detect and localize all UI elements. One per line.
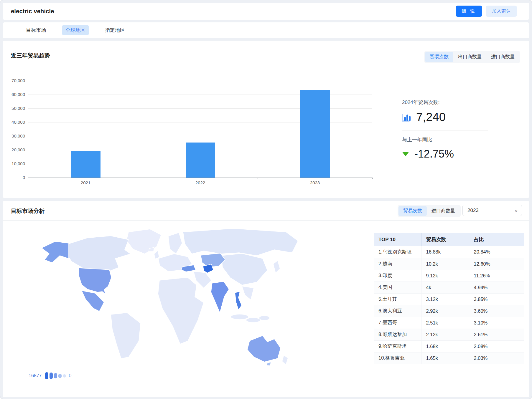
y-axis-tick-label: 0 [3, 175, 25, 180]
legend-scale-pill [54, 373, 57, 378]
page-title: electric vehicle [11, 8, 54, 15]
trades-cell: 2.51k [421, 317, 469, 329]
stats-divider [402, 130, 488, 130]
trades-cell: 3.12k [421, 293, 469, 305]
top10-row: 1.乌兹别克斯坦16.88k20.84% [374, 246, 524, 258]
country-cell: 10.格鲁吉亚 [374, 352, 421, 364]
trades-cell: 16.88k [421, 246, 469, 258]
x-axis-tick [258, 178, 258, 179]
x-axis-category-label: 2023 [297, 180, 333, 185]
map-australia [247, 336, 281, 362]
country-cell: 9.哈萨克斯坦 [374, 340, 421, 352]
tab-1[interactable]: 全球地区 [62, 25, 89, 35]
map-china [221, 254, 267, 285]
map-legend: 16877 0 [29, 372, 71, 380]
bar-2021[interactable] [71, 151, 101, 178]
trend-section: 近三年贸易趋势 贸易次数出口商数量进口商数量 010,00020,00030,0… [3, 41, 529, 198]
y-axis-tick-label: 40,000 [3, 120, 25, 125]
share-cell: 12.60% [469, 258, 524, 270]
market-toggle-1[interactable]: 进口商数量 [427, 206, 460, 216]
current-year-trades-value: 7,240 [416, 110, 446, 124]
add-to-radar-button[interactable]: 加入雷达 [486, 6, 517, 17]
country-cell: 3.印度 [374, 270, 421, 282]
legend-scale-pill [50, 372, 53, 379]
map-indonesia-1 [231, 314, 248, 319]
map-canada [66, 236, 131, 273]
trades-cell: 10.2k [421, 258, 469, 270]
country-cell: 8.哥斯达黎加 [374, 329, 421, 340]
y-axis-tick-label: 60,000 [3, 92, 25, 97]
trades-cell: 4k [421, 282, 469, 293]
share-cell: 3.10% [469, 317, 524, 329]
legend-max: 16877 [29, 373, 42, 378]
y-axis-tick-label: 30,000 [3, 133, 25, 138]
region-tabbar: 目标市场全球地区指定地区 [3, 22, 529, 38]
yoy-value: -12.75% [414, 148, 454, 160]
share-cell: 2.08% [469, 340, 524, 352]
chart-gridline [28, 81, 372, 81]
chevron-down-icon: ∨ [514, 208, 518, 213]
x-axis-tick [372, 178, 373, 179]
top10-row: 9.哈萨克斯坦1.68k2.08% [374, 340, 524, 352]
map-uzbekistan [203, 264, 213, 273]
bar-chart-icon [402, 113, 411, 122]
top10-row: 6.澳大利亚2.92k3.60% [374, 305, 524, 317]
legend-min: 0 [69, 373, 72, 378]
tab-2[interactable]: 指定地区 [102, 25, 128, 35]
trades-cell: 9.12k [421, 270, 469, 282]
edit-button[interactable]: 编 辑 [456, 6, 482, 17]
map-mexico [82, 291, 104, 311]
top10-row: 3.印度9.12k11.26% [374, 270, 524, 282]
top10-col-header-0: TOP 10 [374, 233, 421, 246]
top10-col-header-1: 贸易次数 [421, 233, 469, 246]
map-south-america [111, 313, 141, 359]
trades-cell: 2.12k [421, 329, 469, 340]
map-greenland [126, 229, 161, 254]
map-japan [273, 261, 280, 273]
share-cell: 4.94% [469, 282, 524, 293]
share-cell: 11.26% [469, 270, 524, 282]
country-cell: 4.美国 [374, 282, 421, 293]
map-alaska [42, 241, 69, 263]
share-cell: 2.61% [469, 329, 524, 340]
map-new-zealand [282, 355, 288, 365]
trades-cell: 1.68k [421, 340, 469, 352]
map-russia [183, 229, 298, 256]
market-toggle-0[interactable]: 贸易次数 [398, 206, 427, 216]
legend-scale-pill [45, 372, 48, 379]
bar-2023[interactable] [300, 90, 330, 178]
map-scandinavia [168, 233, 182, 254]
tab-0[interactable]: 目标市场 [23, 25, 49, 35]
top10-row: 2.越南10.2k12.60% [374, 258, 524, 270]
top10-row: 4.美国4k4.94% [374, 282, 524, 293]
map-africa [158, 277, 204, 344]
y-axis-tick-label: 50,000 [3, 106, 25, 111]
top10-table-header-row: TOP 10贸易次数占比 [374, 233, 524, 246]
x-axis-category-label: 2021 [68, 180, 103, 185]
market-section-title: 目标市场分析 [11, 207, 45, 215]
map-india [211, 282, 229, 313]
map-usa [79, 268, 111, 294]
map-indonesia-3 [259, 316, 270, 320]
top10-row: 7.墨西哥2.51k3.10% [374, 317, 524, 329]
share-cell: 3.85% [469, 293, 524, 305]
x-axis-line [28, 178, 372, 178]
world-map[interactable] [27, 226, 327, 367]
market-metric-toggle-group: 贸易次数进口商数量 [398, 205, 461, 217]
map-tasmania [267, 362, 271, 366]
country-cell: 7.墨西哥 [374, 317, 421, 329]
page-header: electric vehicle 编 辑 加入雷达 [3, 3, 529, 20]
share-cell: 2.03% [469, 352, 524, 364]
app-window: electric vehicle 编 辑 加入雷达 目标市场全球地区指定地区 近… [0, 0, 532, 399]
map-kazakhstan [201, 253, 225, 267]
legend-scale-pill [58, 374, 62, 378]
trades-cell: 2.92k [421, 305, 469, 317]
current-year-trades-label: 2024年贸易次数: [402, 99, 490, 106]
x-axis-tick [143, 178, 143, 179]
year-select[interactable]: 2023 ∨ [462, 205, 522, 216]
bar-2022[interactable] [186, 143, 215, 178]
country-cell: 2.越南 [374, 258, 421, 270]
header-actions: 编 辑 加入雷达 [456, 6, 517, 17]
top10-row: 8.哥斯达黎加2.12k2.61% [374, 329, 524, 340]
legend-scale-pill [63, 374, 66, 378]
